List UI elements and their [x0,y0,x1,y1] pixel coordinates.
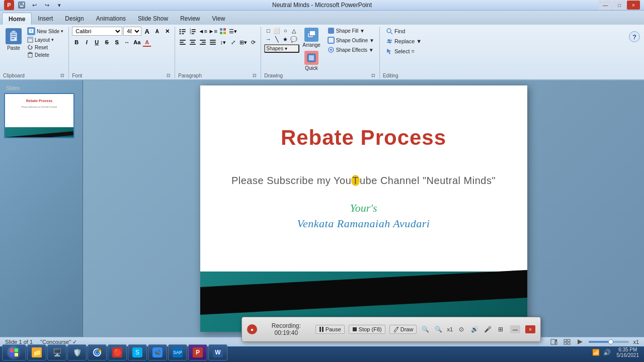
tray-volume-icon[interactable]: 🔊 [603,348,612,357]
increase-indent-button[interactable]: ►≡ [208,27,217,36]
rect-shape[interactable]: □ [264,27,272,35]
shadow-button[interactable]: S [112,38,121,47]
change-case-button[interactable]: Aa [132,38,141,47]
recording-speaker-icon[interactable]: 🔊 [470,325,479,334]
reset-button[interactable]: Reset [25,44,65,51]
align-left-button[interactable] [178,38,187,47]
bullets-button[interactable] [178,27,187,36]
recording-zoom-out-icon[interactable]: 🔍 [421,325,430,334]
stop-button[interactable]: Stop (F8) [349,325,385,334]
tab-home[interactable]: Home [2,13,32,25]
redo-qa-button[interactable]: ↪ [41,1,52,10]
recording-mic-icon[interactable]: 🎤 [483,325,492,334]
italic-button[interactable]: I [82,38,91,47]
recording-zoom-in-icon[interactable]: 🔍 [434,325,443,334]
star-shape[interactable]: ★ [281,35,289,43]
undo-qa-button[interactable]: ↩ [29,1,40,10]
select-button[interactable]: Select = [383,47,418,56]
tab-review[interactable]: Review [174,13,206,25]
columns-button[interactable]: ☰▾ [228,27,237,36]
tab-design[interactable]: Design [59,13,90,25]
zoom-thumb[interactable] [608,339,613,344]
taskbar-security-button[interactable]: 🛡️ [67,344,87,360]
arrange-button[interactable]: Arrange [300,27,323,49]
taskbar-app5-button[interactable]: 🔴 [108,344,127,360]
taskbar-zoom-button[interactable]: 📹 [148,344,167,360]
recording-screen-icon[interactable]: ⊙ [457,325,466,334]
recording-minimize-button[interactable]: — [510,325,520,333]
font-expand-button[interactable]: ⊡ [166,72,172,78]
triangle-shape[interactable]: △ [290,27,298,35]
callout-shape[interactable]: 💬 [290,35,298,43]
decrease-indent-button[interactable]: ◄≡ [198,27,207,36]
taskbar-word-button[interactable]: W [208,344,227,360]
oval-shape[interactable]: ○ [281,27,289,35]
shapes-dropdown-button[interactable]: Shapes▾ [264,44,299,53]
taskbar-chrome-button[interactable] [88,344,107,360]
taskbar-sap-button[interactable]: SAP [168,344,187,360]
taskbar-explorer-button[interactable]: 📁 [27,344,46,360]
replace-button[interactable]: Replace ▼ [383,37,425,46]
close-button[interactable]: × [627,1,640,10]
slide-thumbnail-1[interactable]: Rebate Process Please Subscribe my YouTu… [4,93,74,138]
tab-view[interactable]: View [206,13,231,25]
text-direction-button[interactable]: ⤢ [228,38,237,47]
numbering-button[interactable]: 1.2.3. [188,27,197,36]
save-qa-button[interactable] [16,1,27,10]
normal-view-button[interactable] [549,337,558,346]
draw-button[interactable]: Draw [389,325,417,334]
align-text-button[interactable]: ⊞▾ [238,38,248,47]
slideshow-view-button[interactable] [576,337,585,346]
arrow-shape[interactable]: → [264,35,272,43]
taskbar-skype-button[interactable]: S [128,344,147,360]
minimize-button[interactable]: — [599,1,612,10]
qa-dropdown-button[interactable]: ▾ [54,1,65,10]
pause-button[interactable]: Pause [315,325,345,334]
tab-insert[interactable]: Insert [32,13,59,25]
start-button[interactable] [2,344,26,360]
line-spacing-button[interactable]: ↕▾ [218,38,227,47]
font-color-button[interactable]: A [142,38,151,47]
align-right-button[interactable] [198,38,207,47]
font-family-select[interactable]: Calibri [72,27,122,36]
paste-button[interactable]: Paste [3,27,24,52]
taskbar-computer-button[interactable]: 🖥️ [47,344,66,360]
shape-effects-button[interactable]: Shape Effects ▼ [326,46,376,54]
clear-format-button[interactable]: ✕ [163,27,172,36]
shape-outline-button[interactable]: Shape Outline ▼ [326,36,376,44]
find-button[interactable]: Find [383,27,408,36]
tab-animations[interactable]: Animations [90,13,132,25]
bold-button[interactable]: B [72,38,81,47]
maximize-button[interactable]: □ [613,1,626,10]
slide-canvas[interactable]: Rebate Process Please Subscribe my YouTu… [200,85,527,332]
clipboard-expand-button[interactable]: ⊡ [59,72,65,78]
decrease-font-size-button[interactable]: A [152,27,162,36]
taskbar-powerpoint-button[interactable]: P [188,344,207,360]
font-size-select[interactable]: 48 [123,27,141,36]
zoom-slider[interactable] [589,341,629,343]
recording-expand-icon[interactable]: ⊞ [496,325,505,334]
quick-styles-button[interactable]: Quick [300,50,323,72]
slide-sorter-button[interactable] [562,337,572,346]
drawing-expand-button[interactable]: ⊡ [370,72,376,78]
help-button[interactable]: ? [629,31,640,42]
justify-button[interactable] [208,38,217,47]
smartart-button[interactable] [218,27,227,36]
recording-close-button[interactable]: × [525,325,535,333]
underline-button[interactable]: U [92,38,101,47]
convert-smartart-button[interactable]: ⟳ [249,38,258,47]
line-shape[interactable]: ╲ [273,35,281,43]
char-spacing-button[interactable]: ↔ [122,38,131,47]
increase-font-size-button[interactable]: A [142,27,151,36]
layout-button[interactable]: Layout ▾ [25,36,65,43]
shape-fill-button[interactable]: Shape Fill ▼ [326,27,376,35]
tab-slide-show[interactable]: Slide Show [132,13,174,25]
rounded-rect-shape[interactable]: ⬜ [273,27,281,35]
tray-network-icon[interactable]: 📶 [592,348,601,357]
new-slide-button[interactable]: + New Slide ▾ [25,27,65,36]
system-clock[interactable]: 6:35 PM 5/16/2021 [614,347,642,358]
align-center-button[interactable] [188,38,197,47]
strikethrough-button[interactable]: S [102,38,111,47]
delete-button[interactable]: Delete [25,51,65,58]
paragraph-expand-button[interactable]: ⊡ [252,72,258,78]
